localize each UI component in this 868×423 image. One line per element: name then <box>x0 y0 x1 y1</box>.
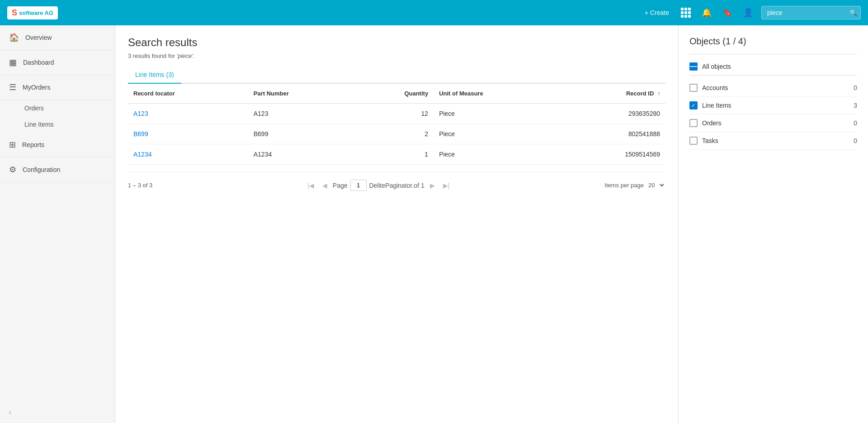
cell-part-number: A123 <box>248 104 354 124</box>
filter-checkbox-accounts[interactable] <box>689 84 698 92</box>
page-label: Page <box>333 182 348 189</box>
all-objects-label: All objects <box>702 63 857 70</box>
sidebar-item-reports[interactable]: ⊞ Reports <box>0 133 115 157</box>
apps-icon[interactable] <box>678 5 693 20</box>
sidebar-item-myorders-label: MyOrders <box>23 84 50 91</box>
notifications-icon[interactable]: 🔔 <box>699 5 714 20</box>
cell-part-number: A1234 <box>248 144 354 165</box>
filter-label-accounts: Accounts <box>702 84 849 91</box>
logo-s-icon: S <box>12 8 17 18</box>
of-label: DelitePaginator.of 1 <box>369 182 425 189</box>
pagination-range: 1 – 3 of 3 <box>128 182 152 189</box>
cell-unit-of-measure: Piece <box>434 124 560 144</box>
search-submit-button[interactable]: 🔍 <box>849 9 857 16</box>
sidebar-item-lineitems[interactable]: Line Items <box>0 116 115 133</box>
table-row: A1234 A1234 1 Piece 1509514569 <box>128 144 665 165</box>
cell-quantity: 12 <box>354 104 434 124</box>
sidebar: 🏠 Overview ▦ Dashboard ☰ MyOrders Orders… <box>0 25 115 423</box>
cell-record-id: 802541888 <box>560 124 665 144</box>
user-icon[interactable]: 👤 <box>741 5 756 20</box>
filter-count-accounts: 0 <box>854 84 857 91</box>
main-layout: 🏠 Overview ▦ Dashboard ☰ MyOrders Orders… <box>0 25 868 423</box>
create-button[interactable]: + Create <box>641 7 673 18</box>
reports-icon: ⊞ <box>9 140 16 150</box>
pagination-controls: |◀ ◀ Page DelitePaginator.of 1 ▶ ▶| <box>305 180 452 191</box>
filter-count-lineitems: 3 <box>854 102 857 109</box>
cell-record-id: 293635280 <box>560 104 665 124</box>
cell-quantity: 2 <box>354 124 434 144</box>
sort-icon: ↑ <box>657 90 660 97</box>
filter-checkbox-lineitems[interactable]: ✓ <box>689 101 698 109</box>
col-part-number: Part Number <box>248 84 354 104</box>
objects-title: Objects (1 / 4) <box>689 36 857 47</box>
logo-text: software AG <box>19 10 53 16</box>
bookmarks-icon[interactable]: 🔖 <box>720 5 735 20</box>
cell-record-locator[interactable]: B699 <box>128 124 248 144</box>
search-input[interactable] <box>761 6 861 19</box>
sidebar-item-dashboard-label: Dashboard <box>23 59 54 66</box>
cell-unit-of-measure: Piece <box>434 104 560 124</box>
filter-all-objects[interactable]: — All objects <box>689 58 857 76</box>
col-unit-of-measure: Unit of Measure <box>434 84 560 104</box>
sidebar-item-orders[interactable]: Orders <box>0 100 115 116</box>
page-input[interactable] <box>350 180 367 191</box>
cell-record-locator[interactable]: A123 <box>128 104 248 124</box>
cell-record-locator[interactable]: A1234 <box>128 144 248 165</box>
filter-item-orders[interactable]: Orders 0 <box>689 114 857 132</box>
table-row: A123 A123 12 Piece 293635280 <box>128 104 665 124</box>
items-per-page-select[interactable]: 20 50 100 <box>646 181 665 189</box>
filter-count-orders: 0 <box>854 119 857 127</box>
cell-unit-of-measure: Piece <box>434 144 560 165</box>
col-record-locator: Record locator <box>128 84 248 104</box>
filter-label-lineitems: Line Items <box>702 102 849 109</box>
sidebar-item-overview[interactable]: 🏠 Overview <box>0 25 115 50</box>
page-title: Search results <box>128 36 665 49</box>
first-page-button[interactable]: |◀ <box>305 181 317 190</box>
cell-quantity: 1 <box>354 144 434 165</box>
sidebar-collapse-button[interactable]: ‹ <box>0 401 115 423</box>
sidebar-item-reports-label: Reports <box>22 141 44 148</box>
table-row: B699 B699 2 Piece 802541888 <box>128 124 665 144</box>
filter-label-orders: Orders <box>702 119 849 127</box>
sidebar-item-myorders[interactable]: ☰ MyOrders <box>0 75 115 100</box>
divider-top <box>689 54 857 54</box>
filter-checkbox-orders[interactable] <box>689 119 698 127</box>
filter-item-tasks[interactable]: Tasks 0 <box>689 132 857 150</box>
prev-page-button[interactable]: ◀ <box>320 181 330 190</box>
configuration-icon: ⚙ <box>9 165 16 175</box>
table-header-row: Record locator Part Number Quantity Unit… <box>128 84 665 104</box>
cell-part-number: B699 <box>248 124 354 144</box>
main-content: Search results 3 results found for 'piec… <box>115 25 678 423</box>
dashboard-icon: ▦ <box>9 57 17 67</box>
tabs-bar: Line Items (3) <box>128 67 665 84</box>
cell-record-id: 1509514569 <box>560 144 665 165</box>
col-record-id[interactable]: Record ID ↑ <box>560 84 665 104</box>
filter-label-tasks: Tasks <box>702 137 849 144</box>
search-wrapper: 🔍 <box>761 6 861 19</box>
top-navigation: S software AG + Create 🔔 🔖 👤 🔍 <box>0 0 868 25</box>
next-page-button[interactable]: ▶ <box>427 181 438 190</box>
sidebar-item-configuration-label: Configuration <box>23 166 60 173</box>
last-page-button[interactable]: ▶| <box>440 181 453 190</box>
pagination: 1 – 3 of 3 |◀ ◀ Page DelitePaginator.of … <box>128 172 665 193</box>
filter-checkbox-tasks[interactable] <box>689 137 698 145</box>
tab-lineitems[interactable]: Line Items (3) <box>128 67 181 84</box>
filter-item-lineitems[interactable]: ✓ Line Items 3 <box>689 97 857 114</box>
filter-count-tasks: 0 <box>854 137 857 144</box>
logo: S software AG <box>7 6 58 19</box>
home-icon: 🏠 <box>9 33 19 43</box>
results-table: Record locator Part Number Quantity Unit… <box>128 84 665 165</box>
all-objects-checkbox[interactable]: — <box>689 62 698 71</box>
results-summary: 3 results found for 'piece'. <box>128 52 665 59</box>
filter-item-accounts[interactable]: Accounts 0 <box>689 79 857 97</box>
sidebar-item-overview-label: Overview <box>25 34 52 41</box>
col-quantity: Quantity <box>354 84 434 104</box>
right-panel: Objects (1 / 4) — All objects Accounts 0… <box>678 25 868 423</box>
myorders-icon: ☰ <box>9 82 16 92</box>
sidebar-item-dashboard[interactable]: ▦ Dashboard <box>0 50 115 75</box>
sidebar-item-configuration[interactable]: ⚙ Configuration <box>0 157 115 182</box>
items-per-page: Items per page 20 50 100 <box>604 181 665 189</box>
